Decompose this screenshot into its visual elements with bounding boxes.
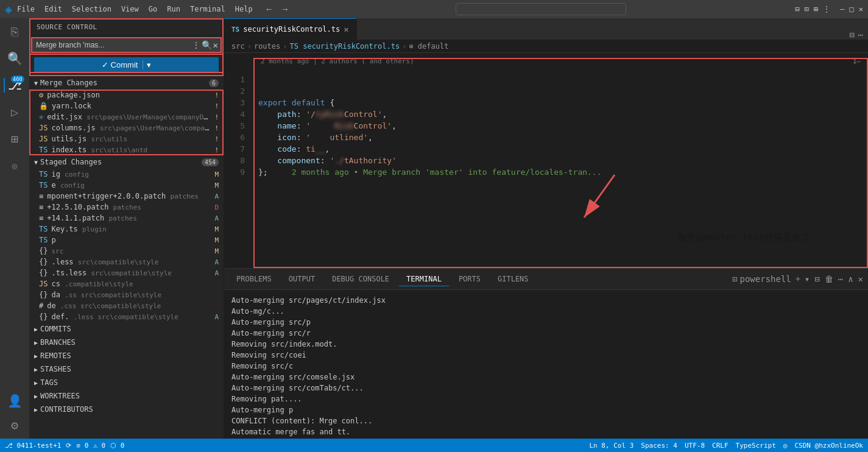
activity-source-control-icon[interactable]: ⎇ 460	[4, 74, 26, 96]
powershell-label: ⊡ powershell ＋ ▾	[732, 274, 810, 284]
terminal-add-icon[interactable]: ＋	[794, 274, 802, 284]
staged-file-ts-less[interactable]: {} .ts.less src\compatible\style A	[29, 267, 224, 278]
staged-file-e-config[interactable]: TS e config M	[29, 180, 224, 191]
status-line-ending[interactable]: CRLF	[712, 442, 729, 450]
close-button[interactable]: ✕	[859, 5, 863, 13]
activity-explorer-icon[interactable]: ⎘	[4, 21, 26, 43]
menu-terminal[interactable]: Terminal	[190, 5, 225, 13]
menu-run[interactable]: Run	[167, 5, 180, 13]
tab-terminal[interactable]: TERMINAL	[399, 272, 449, 286]
layout2-icon[interactable]: ⊡	[805, 5, 809, 13]
terminal-close-icon[interactable]: ✕	[858, 274, 863, 284]
split-editor-icon[interactable]: ⊟	[849, 30, 854, 40]
staged-changes-header[interactable]: ▼ Staged Changes 454	[29, 155, 224, 169]
breadcrumb-src[interactable]: src	[231, 42, 245, 51]
menu-view[interactable]: View	[121, 5, 139, 13]
staged-file-cs[interactable]: JS cs .compatible\style	[29, 278, 224, 289]
tab-gitlens[interactable]: GITLENS	[490, 272, 536, 286]
line-num-7: 7	[224, 143, 245, 155]
layout-icon[interactable]: ⊟	[796, 5, 800, 13]
layout4-icon[interactable]: ⋮	[823, 5, 830, 13]
maximize-button[interactable]: □	[850, 5, 854, 13]
tab-close-icon[interactable]: ✕	[344, 24, 348, 34]
menu-bar[interactable]: File Edit Selection View Go Run Terminal…	[17, 5, 253, 13]
close-input-icon[interactable]: ✕	[213, 40, 218, 50]
terminal-more-icon[interactable]: ⋯	[838, 274, 843, 284]
commit-btn-arrow[interactable]: ▾	[143, 60, 151, 69]
stashes-section-header[interactable]: ▶ STASHES	[29, 362, 224, 376]
code-content[interactable]: export default { path: '/tyRiskControl',…	[249, 53, 868, 268]
menu-file[interactable]: File	[17, 5, 35, 13]
staged-file-key-ts[interactable]: TS Key.ts plugin M	[29, 224, 224, 235]
status-errors[interactable]: ⊘ 0	[76, 442, 88, 450]
tab-problems[interactable]: PROBLEMS	[229, 272, 279, 286]
minimize-button[interactable]: —	[840, 5, 844, 13]
status-position[interactable]: Ln 8, Col 3	[589, 442, 633, 450]
commit-message-input[interactable]	[32, 38, 189, 52]
kill-terminal-icon[interactable]: 🗑	[825, 274, 833, 284]
title-search-input[interactable]	[456, 3, 626, 15]
remotes-section-header[interactable]: ▶ REMOTES	[29, 349, 224, 362]
activity-extensions-icon[interactable]: ⊞	[4, 128, 26, 150]
tab-ports[interactable]: PORTS	[451, 272, 488, 286]
terminal-content[interactable]: Auto-merging src/pages/c t/index.jsx Aut…	[224, 290, 868, 439]
terminal-dropdown-icon[interactable]: ▾	[805, 274, 810, 284]
split-terminal-icon[interactable]: ⊟	[814, 274, 819, 284]
activity-settings-icon[interactable]: ⚙	[4, 414, 26, 436]
breadcrumb-default[interactable]: ⊕ default	[409, 42, 448, 51]
nav-back-button[interactable]: ←	[263, 3, 276, 15]
merge-changes-header[interactable]: ▼ Merge Changes 6	[29, 76, 224, 90]
staged-file-src-1[interactable]: {} src M	[29, 245, 224, 256]
worktrees-section-header[interactable]: ▶ WORKTREES	[29, 389, 224, 403]
staged-file-12510-patch[interactable]: ≡ +12.5.10.patch patches D	[29, 202, 224, 213]
file-item-index-ts[interactable]: TS index.ts src\utils\antd !	[29, 144, 224, 155]
search-icon[interactable]: 🔍	[202, 40, 212, 50]
activity-account-icon[interactable]: 👤	[4, 390, 26, 412]
status-sync[interactable]: ⟳	[66, 442, 71, 450]
tab-debug-console[interactable]: DEBUG CONSOLE	[325, 272, 397, 286]
menu-help[interactable]: Help	[235, 5, 253, 13]
file-item-columns-js[interactable]: JS columns.js src\pages\UserManage\compa…	[29, 122, 224, 133]
commits-section-header[interactable]: ▶ COMMITS	[29, 322, 224, 336]
staged-file-ig-config[interactable]: TS ig config M	[29, 169, 224, 180]
activity-gitlens-icon[interactable]: ◎	[4, 155, 26, 177]
status-language[interactable]: TypeScript	[736, 442, 776, 450]
contributors-section-header[interactable]: ▶ CONTRIBUTORS	[29, 403, 224, 416]
expand-input-icon[interactable]: ⋮	[192, 40, 200, 50]
status-branch[interactable]: ⎇ 0411-test+1	[5, 442, 61, 450]
tab-output[interactable]: OUTPUT	[281, 272, 322, 286]
menu-go[interactable]: Go	[149, 5, 157, 13]
file-item-edit-jsx[interactable]: ⚛ edit.jsx src\pages\UserManage\companyD…	[29, 111, 224, 122]
menu-edit[interactable]: Edit	[44, 5, 62, 13]
staged-file-def-less[interactable]: {} def. .less src\compatible\style A	[29, 311, 224, 322]
tags-section-header[interactable]: ▶ TAGS	[29, 376, 224, 389]
editor-tab-security-risk[interactable]: TS securityRiskControl.ts ✕	[224, 18, 357, 40]
breadcrumb-ts-filename[interactable]: TS securityRiskControl.ts	[290, 42, 400, 51]
status-warnings[interactable]: ⚠ 0	[93, 442, 105, 450]
menu-selection[interactable]: Selection	[72, 5, 111, 13]
status-encoding[interactable]: UTF-8	[685, 442, 705, 450]
staged-file-p[interactable]: TS p M	[29, 235, 224, 245]
terminal-maximize-icon[interactable]: ∧	[848, 274, 853, 284]
status-spaces[interactable]: Spaces: 4	[641, 442, 677, 450]
sidebar-scroll[interactable]: ▼ Merge Changes 6 ⚙ package.json ! 🔒 yar…	[29, 76, 224, 439]
staged-file-14-patch[interactable]: ≡ +14.1.1.patch patches A	[29, 213, 224, 224]
status-gitlens[interactable]: ◎	[783, 442, 788, 450]
staged-file-da[interactable]: {} da .ss src\compatible\style	[29, 289, 224, 300]
nav-forward-button[interactable]: →	[278, 3, 292, 15]
activity-search-icon[interactable]: 🔍	[4, 48, 26, 69]
staged-trigger-status: A	[214, 192, 219, 200]
staged-file-de-css[interactable]: # de .css src\compatible\style	[29, 300, 224, 311]
staged-file-trigger-patch[interactable]: ≡ mponent+trigger+2.0.0.patch patches A	[29, 191, 224, 202]
layout3-icon[interactable]: ⊞	[814, 5, 818, 13]
branches-section-header[interactable]: ▶ BRANCHES	[29, 336, 224, 349]
file-item-package-json[interactable]: ⚙ package.json !	[29, 90, 224, 101]
breadcrumb-routes[interactable]: routes	[254, 42, 280, 51]
file-item-utils-js[interactable]: JS utils.js src\utils !	[29, 133, 224, 144]
activity-run-icon[interactable]: ▷	[4, 101, 26, 123]
status-format[interactable]: ⬡ 0	[110, 442, 124, 450]
commit-button[interactable]: ✓ Commit ▾	[34, 57, 219, 72]
staged-file-less[interactable]: {} .less src\compatible\style A	[29, 256, 224, 267]
file-item-yarn-lock[interactable]: 🔒 yarn.lock !	[29, 101, 224, 111]
more-options-icon[interactable]: ⋯	[858, 30, 863, 40]
